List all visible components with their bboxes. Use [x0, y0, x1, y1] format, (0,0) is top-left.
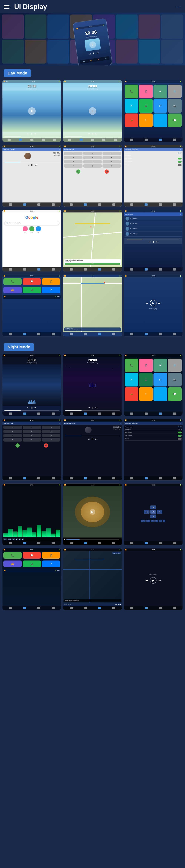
n4-dial-7[interactable]: 7	[3, 434, 22, 437]
n9-ok-btn[interactable]: OK	[150, 510, 156, 514]
bt-music-close[interactable]: ✕	[59, 148, 60, 150]
flower-toggle[interactable]	[178, 164, 182, 166]
quick-link-3[interactable]: App	[36, 226, 41, 232]
n3-waze[interactable]: W	[125, 373, 138, 386]
n9-right-btn[interactable]: ►	[157, 510, 162, 514]
n10-msg[interactable]: 💬	[23, 552, 41, 559]
google-search[interactable]: 🔍 Search or type URL	[4, 221, 59, 225]
n1-play[interactable]: ⏸	[31, 406, 33, 409]
n9-func-4[interactable]: N	[155, 520, 158, 522]
dial-hash[interactable]: #	[103, 164, 121, 167]
menu-button[interactable]	[4, 3, 11, 10]
dial-2[interactable]: 2	[83, 152, 102, 155]
s10-purple[interactable]: 📻	[3, 287, 22, 293]
n3-music[interactable]: 🎵	[139, 359, 153, 372]
dial-9[interactable]: 9	[103, 160, 121, 163]
dial-8[interactable]: 8	[83, 160, 102, 163]
auto-answer-toggle[interactable]	[178, 158, 182, 159]
bt-play[interactable]: ⏸	[31, 164, 33, 167]
n4-dial-8[interactable]: 8	[23, 434, 41, 437]
dial-6[interactable]: 6	[103, 156, 121, 159]
n10-spotify[interactable]: 🎧	[23, 560, 41, 567]
s10-orange[interactable]: 🎵	[42, 278, 60, 285]
n4-call-close[interactable]: ✕	[59, 422, 60, 424]
n10-blue[interactable]: 🎙	[42, 560, 60, 567]
n10-orange[interactable]: 🎵	[42, 552, 60, 559]
social-play[interactable]: ⏸	[152, 241, 154, 243]
social-prev[interactable]: ⏮	[149, 241, 151, 243]
n4-dial-9[interactable]: 9	[42, 434, 60, 437]
dial-3[interactable]: 3	[103, 152, 121, 155]
n4-dial-hash[interactable]: #	[42, 438, 60, 441]
n4-dial-3[interactable]: 3	[42, 426, 60, 429]
bt-prev[interactable]: ⏮	[27, 164, 29, 166]
n5-music-close[interactable]: ✕	[120, 422, 121, 424]
app-bt[interactable]: BT	[154, 99, 167, 113]
n7-ctrl-5[interactable]: ⏸	[19, 538, 21, 540]
auto-connect-toggle[interactable]	[178, 161, 182, 163]
n3-settings[interactable]: ⚙️	[168, 359, 182, 372]
n8-video-play[interactable]: ⏸	[64, 538, 66, 540]
app-orange[interactable]: 🎙	[139, 114, 153, 127]
n6-auto-answer-toggle[interactable]	[178, 432, 182, 433]
go-button[interactable]: GO	[65, 263, 120, 265]
dial-1[interactable]: 1	[64, 152, 82, 155]
app-maps[interactable]: 🗺	[154, 85, 167, 98]
quick-link-2[interactable]: App	[29, 226, 34, 232]
n10-phone[interactable]: 📞	[3, 552, 22, 559]
n3-phone[interactable]: 📞	[125, 359, 138, 372]
n11-prev[interactable]: ⏮	[115, 603, 117, 605]
n3-msg[interactable]: 💬	[168, 387, 182, 401]
n4-dial-5[interactable]: 5	[23, 430, 41, 433]
social-item-2[interactable]: 华乐_917.mp3	[125, 221, 182, 226]
n11-play[interactable]: ▶	[117, 603, 119, 605]
np-next[interactable]: ⏭	[158, 302, 161, 305]
n4-dial-4[interactable]: 4	[3, 430, 22, 433]
n6-settings-close[interactable]: ✕	[180, 422, 181, 424]
n8-video-progress[interactable]	[67, 539, 119, 539]
n1-prev[interactable]: ⏮	[27, 407, 29, 409]
n4-dial-1[interactable]: 1	[3, 426, 22, 429]
n2-prev[interactable]: ⏮	[88, 407, 90, 409]
n9-zoom-in[interactable]: +	[159, 520, 162, 522]
n4-dial-0[interactable]: 0	[23, 438, 41, 441]
dial-4[interactable]: 4	[64, 156, 82, 159]
dial-star[interactable]: *	[64, 164, 82, 167]
n3-maps[interactable]: 🗺	[154, 359, 167, 372]
app-waze[interactable]: W	[125, 99, 138, 113]
n7-ctrl-4[interactable]: ⏮	[16, 538, 18, 540]
n2-play[interactable]: ⏸	[91, 406, 94, 409]
call-btn[interactable]: 📞	[76, 169, 80, 174]
n8-video-fullscreen[interactable]: ⛶	[120, 538, 121, 540]
app-phone[interactable]: 📞	[125, 85, 138, 98]
app-music[interactable]: 🎵	[139, 85, 153, 98]
n9-up-btn[interactable]: ▲	[150, 505, 156, 509]
n7-ctrl-3[interactable]: EQ	[12, 538, 15, 540]
np-play-btn[interactable]: ▶	[150, 300, 157, 306]
dial-0[interactable]: 0	[83, 164, 102, 167]
n9-left-btn[interactable]: ◄	[144, 510, 150, 514]
n10-purple[interactable]: 📻	[3, 560, 22, 567]
n7-ctrl-1[interactable]: VOL-	[3, 538, 7, 540]
bt-call-close[interactable]: ✕	[120, 148, 121, 150]
bt-next[interactable]: ⏭	[35, 164, 36, 166]
app-settings[interactable]: ⚙️	[168, 85, 182, 98]
hangup-btn[interactable]: 📵	[105, 169, 109, 174]
n12-play-btn[interactable]: ▶	[150, 577, 157, 584]
n9-func-2[interactable]: 2D	[146, 520, 150, 522]
bt-settings-close[interactable]: ✕	[180, 148, 181, 150]
n3-red[interactable]: 📻	[125, 387, 138, 401]
n1-next[interactable]: ⏭	[34, 407, 36, 409]
n9-zoom-out[interactable]: -	[163, 520, 165, 522]
s10-phone[interactable]: 📞	[3, 278, 22, 285]
n4-hangup-btn[interactable]: 📵	[44, 443, 48, 447]
n7-ctrl-6[interactable]: ⏭	[22, 538, 24, 540]
n3-blue[interactable]: 🌐	[154, 387, 167, 401]
app-red[interactable]: 📻	[125, 114, 138, 127]
n5-play[interactable]: ⏸	[91, 438, 94, 441]
n9-down-btn[interactable]: ▼	[150, 515, 156, 518]
n3-spotify[interactable]: 🎧	[139, 373, 153, 386]
social-next[interactable]: ⏭	[156, 241, 157, 243]
n12-next[interactable]: ⏭	[158, 579, 161, 582]
social-settings-icon[interactable]: ⚙	[180, 213, 181, 215]
